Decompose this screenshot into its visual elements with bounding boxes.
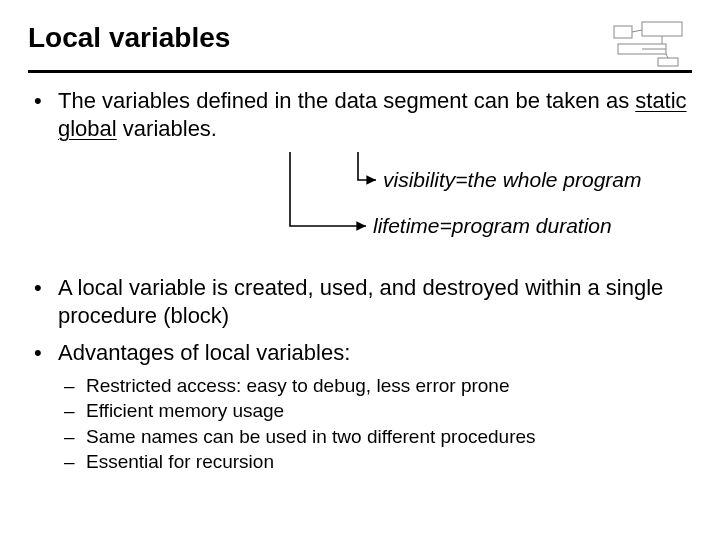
sub-item-c: Same names can be used in two different … — [58, 424, 692, 450]
sub-list: Restricted access: easy to debug, less e… — [58, 373, 692, 476]
svg-rect-3 — [658, 58, 678, 66]
sub-item-a: Restricted access: easy to debug, less e… — [58, 373, 692, 399]
callout-block: visibility=the whole program lifetime=pr… — [28, 162, 692, 254]
callout-visibility: visibility=the whole program — [383, 168, 642, 192]
title-rule — [28, 70, 692, 73]
svg-line-6 — [666, 54, 668, 58]
bullet-list-2: A local variable is created, used, and d… — [28, 274, 692, 475]
slide: Local variables The variables defined in… — [0, 0, 720, 540]
bullet-item-3: Advantages of local variables: Restricte… — [28, 339, 692, 475]
svg-rect-0 — [614, 26, 632, 38]
callout-lifetime: lifetime=program duration — [373, 214, 612, 238]
sub-item-d: Essential for recursion — [58, 449, 692, 475]
bullet1-static: static — [635, 88, 686, 113]
bullet-item-2: A local variable is created, used, and d… — [28, 274, 692, 329]
slide-header: Local variables — [28, 20, 692, 70]
sub-item-b: Efficient memory usage — [58, 398, 692, 424]
bullet-item-1: The variables defined in the data segmen… — [28, 87, 692, 142]
computer-diagram-icon — [612, 20, 692, 70]
bullet-list: The variables defined in the data segmen… — [28, 87, 692, 142]
svg-line-4 — [632, 30, 642, 32]
bullet3-text: Advantages of local variables: — [58, 340, 350, 365]
bullet1-pre: The variables defined in the data segmen… — [58, 88, 635, 113]
slide-title: Local variables — [28, 22, 230, 54]
bullet1-global: global — [58, 116, 117, 141]
svg-rect-1 — [642, 22, 682, 36]
bullet1-post: variables. — [117, 116, 217, 141]
